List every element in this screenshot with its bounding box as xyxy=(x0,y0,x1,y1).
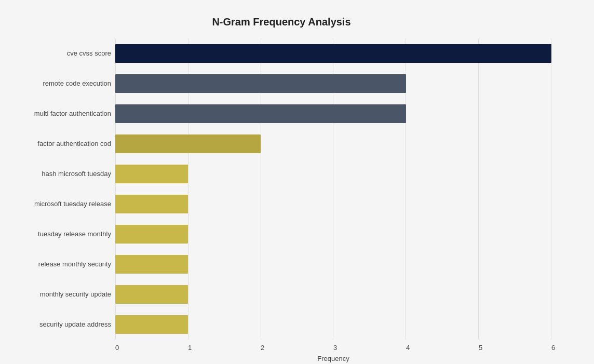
bar xyxy=(115,285,188,304)
y-label: security update address xyxy=(11,311,111,338)
bar xyxy=(115,104,406,123)
bar-row xyxy=(115,100,551,127)
bar-row xyxy=(115,251,551,278)
chart-title: N-Gram Frequency Analysis xyxy=(11,16,551,28)
x-axis-label: Frequency xyxy=(115,355,551,362)
bar xyxy=(115,255,188,274)
bar xyxy=(115,315,188,334)
bar-row xyxy=(115,40,551,67)
y-label: hash microsoft tuesday xyxy=(11,160,111,187)
y-label: tuesday release monthly xyxy=(11,221,111,248)
bar xyxy=(115,74,406,93)
y-label: monthly security update xyxy=(11,281,111,308)
y-label: microsoft tuesday release xyxy=(11,191,111,218)
y-label: remote code execution xyxy=(11,70,111,97)
bar xyxy=(115,195,188,213)
bar-row xyxy=(115,130,551,157)
y-label: cve cvss score xyxy=(11,40,111,67)
bar xyxy=(115,165,188,183)
bar-row xyxy=(115,281,551,308)
x-axis: 0123456 xyxy=(115,344,551,352)
y-label: multi factor authentication xyxy=(11,100,111,127)
bar xyxy=(115,134,261,153)
bar-row xyxy=(115,221,551,248)
chart-area: cve cvss scoreremote code executionmulti… xyxy=(11,38,551,340)
chart-container: N-Gram Frequency Analysis cve cvss score… xyxy=(11,6,583,359)
bar xyxy=(115,225,188,244)
bar xyxy=(115,44,551,63)
bars-and-grid xyxy=(115,38,551,340)
y-label: release monthly security xyxy=(11,251,111,278)
bar-row xyxy=(115,311,551,338)
bar-row xyxy=(115,191,551,218)
bar-row xyxy=(115,160,551,187)
bar-row xyxy=(115,70,551,97)
y-axis-labels: cve cvss scoreremote code executionmulti… xyxy=(11,38,115,340)
y-label: factor authentication cod xyxy=(11,130,111,157)
